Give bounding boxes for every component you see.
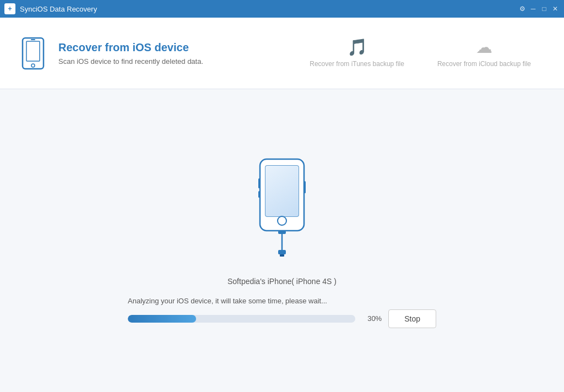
svg-rect-14 bbox=[304, 181, 306, 193]
app-logo: + bbox=[4, 3, 15, 14]
svg-rect-3 bbox=[31, 39, 35, 40]
svg-rect-8 bbox=[278, 231, 286, 234]
main-content: Softpedia's iPhone( iPhone 4S ) Analyzin… bbox=[0, 89, 564, 392]
nav-itunes-label: Recover from iTunes backup file bbox=[310, 60, 404, 68]
progress-percent: 30% bbox=[362, 314, 382, 323]
icloud-icon: ☁ bbox=[476, 37, 492, 57]
progress-label: Analyzing your iOS device, it will take … bbox=[128, 297, 327, 305]
svg-rect-13 bbox=[258, 191, 260, 198]
svg-rect-12 bbox=[258, 178, 260, 188]
device-graphic bbox=[243, 154, 321, 266]
minimize-button[interactable]: ─ bbox=[529, 4, 538, 13]
svg-rect-1 bbox=[26, 41, 40, 61]
device-icon bbox=[17, 34, 50, 73]
window-controls: ⚙ ─ □ ✕ bbox=[518, 4, 560, 13]
app-title: SynciOS Data Recovery bbox=[20, 5, 518, 13]
progress-row: 30% Stop bbox=[128, 309, 436, 328]
header-text: Recover from iOS device Scan iOS device … bbox=[58, 41, 203, 66]
itunes-icon: 🎵 bbox=[347, 37, 367, 57]
logo-text: + bbox=[8, 5, 12, 13]
restore-button[interactable]: □ bbox=[540, 4, 549, 13]
header-nav: 🎵 Recover from iTunes backup file ☁ Reco… bbox=[293, 32, 547, 74]
svg-rect-11 bbox=[280, 254, 284, 257]
svg-rect-10 bbox=[278, 250, 286, 254]
header-subtitle: Scan iOS device to find recently deleted… bbox=[58, 57, 203, 66]
settings-button[interactable]: ⚙ bbox=[518, 4, 527, 13]
titlebar: + SynciOS Data Recovery ⚙ ─ □ ✕ bbox=[0, 0, 564, 18]
nav-icloud-label: Recover from iCloud backup file bbox=[437, 60, 531, 68]
close-button[interactable]: ✕ bbox=[551, 4, 560, 13]
progress-bar-container bbox=[128, 315, 355, 323]
header-title: Recover from iOS device bbox=[58, 41, 203, 54]
device-name: Softpedia's iPhone( iPhone 4S ) bbox=[227, 277, 337, 286]
progress-area: Analyzing your iOS device, it will take … bbox=[128, 297, 436, 328]
nav-item-itunes[interactable]: 🎵 Recover from iTunes backup file bbox=[293, 32, 421, 74]
svg-point-2 bbox=[31, 64, 35, 67]
header: Recover from iOS device Scan iOS device … bbox=[0, 18, 564, 89]
svg-point-7 bbox=[278, 216, 286, 225]
svg-rect-6 bbox=[265, 166, 299, 216]
stop-button[interactable]: Stop bbox=[388, 309, 436, 328]
nav-item-icloud[interactable]: ☁ Recover from iCloud backup file bbox=[421, 32, 547, 74]
progress-bar-fill bbox=[128, 315, 196, 323]
header-left: Recover from iOS device Scan iOS device … bbox=[17, 34, 293, 73]
